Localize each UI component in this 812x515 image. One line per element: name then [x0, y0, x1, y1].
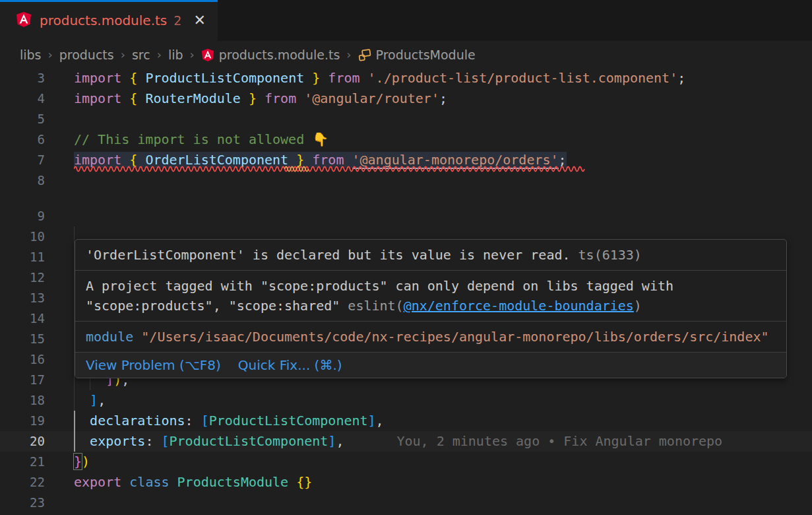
gutter-decorations: [45, 267, 74, 288]
hover-text: eslint(: [340, 298, 403, 314]
tab-title: products.module.ts: [40, 13, 167, 28]
quick-fix-link[interactable]: Quick Fix... (⌘.): [238, 357, 342, 373]
angular-icon: [201, 48, 214, 61]
code-line-4: 4import { RouterModule } from '@angular/…: [0, 88, 812, 109]
line-number: 13: [0, 288, 45, 308]
gutter-decorations: [45, 206, 74, 226]
breadcrumb-item-src[interactable]: src: [132, 48, 150, 62]
code-line-5-content[interactable]: [74, 109, 812, 129]
line-number: 7: [0, 150, 45, 170]
code-line-6-content[interactable]: // This import is not allowed 👇: [74, 129, 812, 150]
line-number: 23: [0, 493, 45, 513]
line-number: 15: [0, 329, 45, 349]
code-line-22-content[interactable]: export class ProductsModule {}: [74, 472, 812, 493]
indent-guide: [74, 390, 75, 411]
code-line-20: 20 exports: [ProductListComponent],You, …: [0, 431, 812, 452]
line-number: 16: [0, 349, 45, 370]
line-number: 18: [0, 390, 45, 411]
active-indent-guide: [74, 431, 75, 452]
hover-sections: 'OrderListComponent' is declared but its…: [75, 240, 786, 353]
hover-status-bar: View Problem (⌥F8) Quick Fix... (⌘.): [75, 353, 786, 378]
gutter-decorations: [45, 170, 74, 191]
line-number: 17: [0, 370, 45, 390]
gutter-decorations: [45, 150, 74, 170]
hover-section-ts-diagnostic: 'OrderListComponent' is declared but its…: [75, 240, 786, 271]
hover-tooltip: 'OrderListComponent' is declared but its…: [75, 239, 787, 378]
gutter-decorations: [45, 493, 74, 513]
code-line-19-content[interactable]: declarations: [ProductListComponent],: [74, 411, 812, 431]
gutter-decorations: [45, 431, 74, 452]
code-line-8-content[interactable]: [74, 170, 812, 191]
gutter-decorations: [45, 129, 74, 150]
chevron-right-icon: ›: [48, 48, 53, 61]
code-line-9-content[interactable]: [74, 206, 812, 226]
code-line-21: 21}): [0, 452, 812, 472]
tab-bar: products.module.ts 2 ✕: [0, 0, 812, 41]
gutter-decorations: [45, 329, 74, 349]
gutter-decorations: [45, 411, 74, 431]
breadcrumb-item-lib[interactable]: lib: [168, 48, 183, 62]
line-number: 9: [0, 206, 45, 226]
class-icon: [358, 48, 371, 61]
hover-section-eslint-diagnostic: A project tagged with "scope:products" c…: [75, 271, 786, 322]
code-line-23-content[interactable]: [74, 493, 812, 513]
hover-text: module: [86, 329, 133, 345]
chevron-right-icon: ›: [157, 48, 162, 61]
hover-text: ): [634, 298, 642, 314]
close-icon[interactable]: ✕: [194, 13, 206, 28]
tab-products-module[interactable]: products.module.ts 2 ✕: [0, 0, 218, 41]
line-number: 4: [0, 88, 45, 109]
code-line-9: 9: [0, 206, 812, 226]
line-number: 10: [0, 226, 45, 247]
line-number: 21: [0, 452, 45, 472]
hover-text: "/Users/isaac/Documents/code/nx-recipes/…: [141, 329, 768, 345]
active-indent-guide: [74, 411, 75, 431]
git-blame-annotation: You, 2 minutes ago • Fix Angular monorep…: [396, 433, 722, 449]
hover-text: 'OrderListComponent' is declared but its…: [86, 247, 571, 263]
code-line-6: 6// This import is not allowed 👇: [0, 129, 812, 150]
code-line-22: 22export class ProductsModule {}: [0, 472, 812, 493]
gutter-decorations: [45, 390, 74, 411]
chevron-right-icon: ›: [190, 48, 195, 61]
line-number: 8: [0, 170, 45, 191]
gutter-decorations: [45, 109, 74, 129]
line-number: 3: [0, 68, 45, 88]
tab-problems-badge: 2: [173, 13, 181, 28]
line-number: 6: [0, 129, 45, 150]
line-number: 5: [0, 109, 45, 129]
code-editor[interactable]: 3import { ProductListComponent } from '.…: [0, 68, 812, 515]
line-number: 14: [0, 308, 45, 329]
chevron-right-icon: ›: [121, 48, 125, 61]
breadcrumb-item-products[interactable]: products: [59, 48, 114, 62]
hover-text: [133, 329, 141, 345]
gutter-decorations: [45, 349, 74, 370]
code-line-8: 8: [0, 170, 812, 191]
gutter-decorations: [45, 88, 74, 109]
code-line-5: 5: [0, 109, 812, 129]
code-line-21-content[interactable]: }): [74, 452, 812, 472]
breadcrumb: libs › products › src › lib › products.m…: [0, 41, 812, 68]
code-line-4-content[interactable]: import { RouterModule } from '@angular/r…: [74, 88, 812, 109]
eslint-rule-link[interactable]: @nx/enforce-module-boundaries: [404, 298, 634, 314]
gutter-decorations: [45, 308, 74, 329]
breadcrumb-item-symbol[interactable]: ProductsModule: [358, 48, 476, 62]
gutter-decorations: [45, 288, 74, 308]
gutter-decorations: [45, 68, 74, 88]
line-number: 12: [0, 267, 45, 288]
gutter-decorations: [45, 370, 74, 390]
code-line-7-content[interactable]: import { OrderListComponent } from '@ang…: [74, 150, 812, 170]
code-line-3-content[interactable]: import { ProductListComponent } from './…: [74, 68, 812, 88]
angular-icon: [16, 11, 32, 30]
hover-text: ts(6133): [571, 247, 642, 263]
view-problem-link[interactable]: View Problem (⌥F8): [86, 357, 221, 373]
gutter-decorations: [45, 226, 74, 247]
line-number: 20: [0, 431, 45, 452]
breadcrumb-item-file[interactable]: products.module.ts: [201, 48, 340, 62]
gutter-decorations: [45, 452, 74, 472]
code-line-18-content[interactable]: ],: [74, 390, 812, 411]
code-line-20-content[interactable]: exports: [ProductListComponent],You, 2 m…: [74, 431, 812, 452]
code-line-23: 23: [0, 493, 812, 513]
line-number: 19: [0, 411, 45, 431]
breadcrumb-item-libs[interactable]: libs: [20, 48, 42, 62]
chevron-right-icon: ›: [346, 48, 351, 61]
